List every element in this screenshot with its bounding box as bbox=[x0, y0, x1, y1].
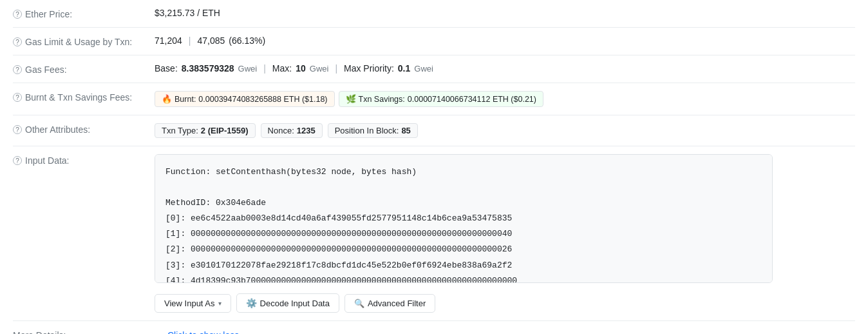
advanced-filter-button[interactable]: 🔍 Advanced Filter bbox=[344, 294, 435, 313]
txn-type-badge: Txn Type: 2 (EIP-1559) bbox=[155, 123, 256, 138]
gas-fees-value: Base: 8.383579328 Gwei | Max: 10 Gwei | … bbox=[155, 63, 855, 74]
input-data-box[interactable]: Function: setContenthash(bytes32 node, b… bbox=[155, 154, 773, 283]
method-id-line: MethodID: 0x304e6ade bbox=[165, 196, 762, 210]
other-attributes-help-icon[interactable]: ? bbox=[13, 125, 22, 134]
other-attributes-value: Txn Type: 2 (EIP-1559) Nonce: 1235 Posit… bbox=[155, 123, 855, 138]
burnt-badge: 🔥 Burnt: 0.00039474083265888 ETH ($1.18) bbox=[155, 91, 335, 107]
input-data-label: ? Input Data: bbox=[13, 154, 155, 166]
gas-limit-value: 71,204 | 47,085 (66.13%) bbox=[155, 35, 855, 46]
burnt-fees-value: 🔥 Burnt: 0.00039474083265888 ETH ($1.18)… bbox=[155, 91, 855, 107]
burnt-fees-help-icon[interactable]: ? bbox=[13, 93, 22, 102]
data-line-2: [2]: 00000000000000000000000000000000000… bbox=[165, 242, 762, 257]
function-line: Function: setContenthash(bytes32 node, b… bbox=[165, 165, 762, 179]
data-line-1: [1]: 00000000000000000000000000000000000… bbox=[165, 227, 762, 241]
decode-icon: ⚙️ bbox=[246, 298, 257, 308]
data-line-4: [4]: 4d18399c93b700000000000000000000000… bbox=[165, 274, 762, 283]
ether-price-help-icon[interactable]: ? bbox=[13, 10, 22, 19]
burnt-fees-label: ? Burnt & Txn Savings Fees: bbox=[13, 91, 155, 103]
gas-limit-help-icon[interactable]: ? bbox=[13, 37, 22, 46]
chevron-down-icon: ▾ bbox=[218, 300, 222, 307]
other-attributes-label: ? Other Attributes: bbox=[13, 123, 155, 135]
gas-limit-row: ? Gas Limit & Usage by Txn: 71,204 | 47,… bbox=[13, 28, 855, 55]
click-to-show-less-link[interactable]: — Click to show less bbox=[155, 330, 239, 334]
ether-price-value: $3,215.73 / ETH bbox=[155, 8, 855, 18]
gas-limit-label: ? Gas Limit & Usage by Txn: bbox=[13, 35, 155, 47]
input-data-content: Function: setContenthash(bytes32 node, b… bbox=[155, 154, 855, 313]
ether-price-label: ? Ether Price: bbox=[13, 8, 155, 19]
ether-price-row: ? Ether Price: $3,215.73 / ETH bbox=[13, 0, 855, 28]
gas-fees-row: ? Gas Fees: Base: 8.383579328 Gwei | Max… bbox=[13, 55, 855, 83]
input-data-row: ? Input Data: Function: setContenthash(b… bbox=[13, 146, 855, 321]
blank-line bbox=[165, 181, 762, 195]
burnt-fees-row: ? Burnt & Txn Savings Fees: 🔥 Burnt: 0.0… bbox=[13, 83, 855, 115]
data-line-3: [3]: e3010170122078fae29218f17c8dbcfd1dc… bbox=[165, 259, 762, 273]
txn-savings-badge: 🌿 Txn Savings: 0.000071400667341​12 ETH … bbox=[339, 91, 543, 107]
gas-fees-label: ? Gas Fees: bbox=[13, 63, 155, 75]
more-details-label: More Details: bbox=[13, 330, 155, 334]
filter-icon: 🔍 bbox=[354, 299, 364, 308]
other-attributes-row: ? Other Attributes: Txn Type: 2 (EIP-155… bbox=[13, 115, 855, 146]
position-badge: Position In Block: 85 bbox=[328, 123, 418, 138]
gas-fees-help-icon[interactable]: ? bbox=[13, 65, 22, 74]
input-data-help-icon[interactable]: ? bbox=[13, 156, 22, 165]
leaf-icon: 🌿 bbox=[346, 94, 356, 104]
view-input-as-button[interactable]: View Input As ▾ bbox=[155, 294, 231, 313]
input-actions: View Input As ▾ ⚙️ Decode Input Data 🔍 A… bbox=[155, 293, 435, 313]
more-details-row: More Details: — Click to show less bbox=[13, 321, 855, 334]
nonce-badge: Nonce: 1235 bbox=[261, 123, 323, 138]
decode-input-data-button[interactable]: ⚙️ Decode Input Data bbox=[236, 293, 339, 313]
flame-icon: 🔥 bbox=[162, 94, 172, 104]
data-line-0: [0]: ee6c4522aab0003e8d14cd40a6af439055f… bbox=[165, 211, 762, 226]
